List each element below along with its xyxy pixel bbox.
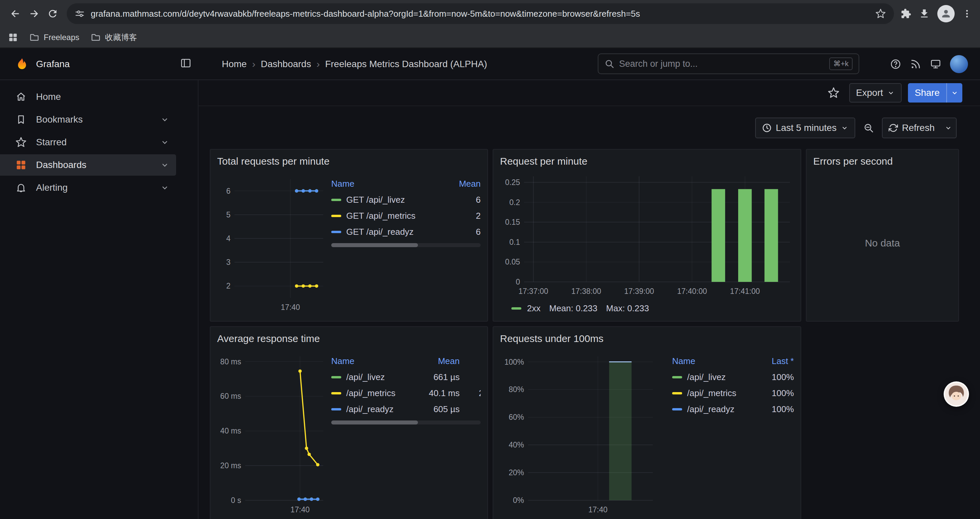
sidebar-item-alerting[interactable]: Alerting	[0, 177, 176, 198]
legend-column-header[interactable]: Mean	[410, 356, 460, 366]
svg-text:0 s: 0 s	[231, 496, 241, 505]
scrollbar-thumb[interactable]	[331, 420, 418, 425]
legend-row[interactable]: /api/_metrics100%	[672, 385, 794, 401]
legend-row[interactable]: /api/_metrics40.1 ms20.5 ms	[331, 385, 480, 401]
chevron-down-icon	[944, 124, 952, 132]
legend-scrollbar[interactable]	[331, 420, 480, 425]
monitor-icon[interactable]	[930, 58, 941, 70]
legend-value: 605 µs	[410, 404, 460, 414]
legend-row[interactable]: GET /api/_metrics2	[331, 208, 480, 224]
legend-column-header[interactable]: Name	[331, 356, 410, 366]
panel-title[interactable]: Request per minute	[500, 155, 794, 168]
legend-column-header[interactable]: Last *	[744, 356, 794, 366]
legend-table: NameMeanLast */api/_livez661 µs646 µs/ap…	[331, 353, 480, 519]
user-avatar[interactable]	[950, 55, 968, 73]
url-text[interactable]: grafana.mathmast.com/d/deytv4rwavabkb/fr…	[91, 9, 869, 19]
sidebar-item-label: Bookmarks	[36, 114, 151, 125]
requests-per-minute-chart[interactable]: 0.250.20.150.10.05017:37:0017:38:0017:39…	[500, 170, 794, 299]
sidebar-item-home[interactable]: Home	[0, 86, 176, 107]
export-button[interactable]: Export	[849, 83, 902, 102]
legend-header-row: NameLast *	[672, 353, 794, 369]
browser-menu-icon[interactable]	[962, 9, 972, 19]
time-range-picker[interactable]: Last 5 minutes	[755, 118, 855, 138]
browser-chrome: grafana.mathmast.com/d/deytv4rwavabkb/fr…	[0, 0, 980, 48]
legend-value: 40.1 ms	[410, 388, 460, 398]
breadcrumb-home[interactable]: Home	[222, 59, 247, 69]
news-rss-icon[interactable]	[910, 58, 921, 70]
legend-row[interactable]: /api/_livez100%	[672, 369, 794, 385]
refresh-interval-chevron[interactable]	[941, 118, 957, 138]
brand-name: Grafana	[36, 59, 70, 69]
reload-icon[interactable]	[43, 4, 62, 23]
legend-column-header[interactable]: Name	[331, 179, 441, 189]
legend-column-header[interactable]: Mean	[441, 179, 480, 189]
sidebar-item-dashboards[interactable]: Dashboards	[0, 154, 176, 176]
back-icon[interactable]	[6, 4, 25, 23]
requests-under-100ms-chart[interactable]: 100%80%60%40%20%0%17:40	[500, 348, 657, 519]
dashboard-actions: Export Share	[199, 80, 980, 106]
breadcrumb-dashboards[interactable]: Dashboards	[261, 59, 311, 69]
folder-icon	[29, 32, 39, 42]
sidebar-item-starred[interactable]: Starred	[0, 132, 176, 153]
share-menu-chevron[interactable]	[946, 83, 963, 102]
sidebar-item-bookmarks[interactable]: Bookmarks	[0, 109, 176, 130]
extensions-icon[interactable]	[900, 8, 911, 19]
panel-title[interactable]: Average response time	[217, 332, 480, 345]
legend-row[interactable]: /api/_readyz100%	[672, 401, 794, 417]
legend-item[interactable]: 2xx	[511, 303, 540, 314]
panel-requests-under-100ms: Requests under 100ms 100%80%60%40%20%0%1…	[493, 326, 801, 519]
bookmark-label: 收藏博客	[105, 32, 137, 43]
legend-column-header[interactable]: Name	[672, 356, 744, 366]
chevron-down-icon	[887, 89, 895, 97]
star-icon	[15, 137, 27, 148]
legend-scrollbar[interactable]	[331, 243, 480, 247]
svg-text:17:39:00: 17:39:00	[624, 287, 654, 295]
svg-text:60 ms: 60 ms	[220, 392, 241, 401]
chart-grid: 6543217:40	[226, 179, 323, 311]
refresh-button[interactable]: Refresh	[882, 118, 941, 138]
panel-title[interactable]: Total requests per minute	[217, 155, 480, 168]
assistant-avatar[interactable]	[943, 382, 969, 407]
svg-text:0%: 0%	[513, 496, 524, 505]
panel-title[interactable]: Errors per second	[813, 155, 951, 168]
forward-icon[interactable]	[25, 4, 43, 23]
total-requests-chart[interactable]: 6543217:40	[217, 170, 327, 316]
legend-row[interactable]: /api/_readyz605 µs620 µs	[331, 401, 480, 417]
downloads-icon[interactable]	[919, 8, 930, 19]
site-settings-icon[interactable]	[75, 9, 85, 19]
share-label: Share	[915, 88, 940, 98]
bookmark-item-blog[interactable]: 收藏博客	[91, 32, 137, 43]
sidebar-toggle-icon[interactable]	[180, 57, 191, 69]
url-bar[interactable]: grafana.mathmast.com/d/deytv4rwavabkb/fr…	[67, 3, 894, 24]
panel-title[interactable]: Requests under 100ms	[500, 332, 794, 345]
favorite-star-icon[interactable]	[824, 83, 843, 102]
chart-grid: 80 ms60 ms40 ms20 ms0 s17:40	[220, 356, 323, 514]
search-input[interactable]	[619, 59, 824, 69]
legend-row[interactable]: /api/_livez661 µs646 µs	[331, 369, 480, 385]
bookmark-star-icon[interactable]	[875, 8, 886, 19]
series-color-swatch	[331, 231, 341, 233]
chevron-down-icon[interactable]	[160, 137, 169, 147]
grafana-brand[interactable]: Grafana	[15, 48, 70, 80]
legend-row[interactable]: GET /api/_readyz6	[331, 224, 480, 240]
avg-response-time-chart[interactable]: 80 ms60 ms40 ms20 ms0 s17:40	[217, 348, 327, 519]
toolbar-right	[899, 5, 974, 22]
scrollbar-thumb[interactable]	[331, 243, 418, 247]
legend-row[interactable]: GET /api/_livez6	[331, 192, 480, 208]
apps-grid-icon[interactable]	[8, 32, 18, 42]
sidebar: Home Bookmarks Starred Dashboards Alerti…	[0, 80, 199, 519]
legend-series-name: GET /api/_readyz	[331, 227, 441, 237]
browser-profile-avatar[interactable]	[937, 5, 955, 22]
legend-column-header[interactable]: Last *	[460, 356, 480, 366]
help-icon[interactable]	[890, 58, 901, 70]
search-box[interactable]: ⌘+k	[598, 53, 859, 74]
zoom-out-icon[interactable]	[859, 118, 878, 138]
share-button[interactable]: Share	[908, 83, 946, 102]
svg-text:6: 6	[226, 187, 231, 195]
chevron-down-icon[interactable]	[160, 115, 169, 124]
line-series	[295, 189, 318, 193]
chevron-down-icon[interactable]	[160, 160, 169, 170]
legend-value: 100%	[744, 404, 794, 414]
chevron-down-icon[interactable]	[160, 183, 169, 192]
bookmark-item-freeleaps[interactable]: Freeleaps	[29, 32, 80, 42]
